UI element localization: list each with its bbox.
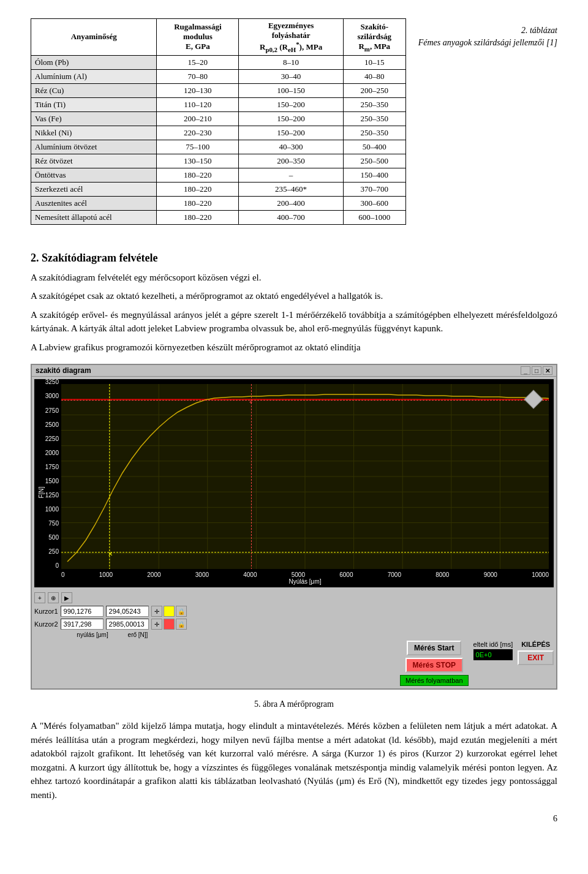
data-cell: 40–80 xyxy=(343,69,405,83)
y-tick-label: 3250 xyxy=(45,379,59,385)
cursor1-row: Kurzor1 990,1276 294,05243 ✛ 🔒 xyxy=(34,606,554,617)
table-caption-italic: táblázat xyxy=(530,26,557,35)
x-tick-label: 1000 xyxy=(99,571,113,578)
toolbar-icon-1[interactable]: + xyxy=(34,592,45,603)
section-number: 2. xyxy=(31,252,39,264)
data-cell: 400–700 xyxy=(239,210,344,224)
y-tick-label: 2500 xyxy=(45,422,59,428)
icon-toolbar: + ⊕ ▶ xyxy=(34,592,554,603)
col-header-szakito: Szakító-szilárdságRm, MPa xyxy=(343,19,405,56)
meres-folyamatban-indicator: Mérés folyamatban xyxy=(400,675,469,686)
cursor2-lock-icon[interactable]: 🔒 xyxy=(176,619,187,630)
x-tick-label: 3000 xyxy=(195,571,209,578)
data-cell: 200–250 xyxy=(343,83,405,97)
meres-buttons: Mérés Start Mérés STOP Mérés folyamatban xyxy=(400,641,469,686)
material-name-cell: Alumínium ötvözet xyxy=(31,140,157,154)
cursor2-move-icon[interactable]: ✛ xyxy=(151,619,162,630)
x-tick-label: 10000 xyxy=(532,571,549,578)
materials-table: Anyaminőség RugalmasságimodulusE, GPa Eg… xyxy=(31,18,406,225)
svg-text:+: + xyxy=(249,399,252,406)
data-cell: 50–400 xyxy=(343,140,405,154)
data-cell: 220–230 xyxy=(157,126,239,140)
y-tick-label: 1250 xyxy=(45,492,59,499)
y-tick-label: 750 xyxy=(48,521,59,527)
data-cell: – xyxy=(239,168,344,182)
minimize-button[interactable]: _ xyxy=(521,366,530,375)
data-cell: 150–200 xyxy=(239,126,344,140)
cursor2-color-icon[interactable] xyxy=(164,619,175,630)
y-tick-label: 250 xyxy=(48,549,59,555)
data-cell: 180–220 xyxy=(157,168,239,182)
data-cell: 10–15 xyxy=(343,55,405,69)
nyulas-col-label: nyúlás [μm] xyxy=(71,631,114,638)
x-axis-title: Nyúlás [μm] xyxy=(61,578,549,585)
y-tick-label: 0 xyxy=(55,563,59,569)
cursor1-move-icon[interactable]: ✛ xyxy=(151,606,162,617)
cursor1-x-field[interactable]: 990,1276 xyxy=(61,606,104,617)
after-para-1: A "Mérés folyamatban" zöld kijelző lámpa… xyxy=(31,719,557,802)
table-caption-text: Fémes anyagok szilárdsági jellemzői [1] xyxy=(418,38,557,47)
y-tick-label: 2000 xyxy=(45,450,59,456)
elapsed-section: eltelt idő [ms] 0E+0 xyxy=(473,641,513,660)
data-cell: 250–350 xyxy=(343,111,405,126)
x-tick-label: 6000 xyxy=(339,571,353,578)
y-axis-labels: 3250300027502500225020001750150012501000… xyxy=(34,379,60,569)
cursor2-y-field[interactable]: 2985,00013 xyxy=(106,619,149,630)
toolbar-icon-2[interactable]: ⊕ xyxy=(48,592,59,603)
meres-stop-button[interactable]: Mérés STOP xyxy=(405,658,463,672)
data-cell: 70–80 xyxy=(157,69,239,83)
labview-title: szakitó diagram xyxy=(36,366,91,375)
cursor1-controls: ✛ 🔒 xyxy=(151,606,187,617)
main-buttons-row: Mérés Start Mérés STOP Mérés folyamatban… xyxy=(34,641,554,686)
material-name-cell: Nikkel (Ni) xyxy=(31,126,157,140)
material-name-cell: Titán (Ti) xyxy=(31,97,157,111)
data-cell: 15–20 xyxy=(157,55,239,69)
data-cell: 40–300 xyxy=(239,140,344,154)
maximize-button[interactable]: □ xyxy=(532,366,541,375)
col-header-folyashatár: EgyezményesfolyáshatárRp0,2 (ReH*), MPa xyxy=(239,19,344,56)
col-header-modulus: RugalmasságimodulusE, GPa xyxy=(157,19,239,56)
materials-table-section: Anyaminőség RugalmasságimodulusE, GPa Eg… xyxy=(31,18,557,237)
body-para-3: A szakítógép erővel- és megnyúlással ará… xyxy=(31,308,557,336)
kilepas-label: KILÉPÉS xyxy=(521,641,550,648)
window-controls[interactable]: _ □ ✕ xyxy=(521,366,552,375)
data-cell: 600–1000 xyxy=(343,210,405,224)
cursor2-controls: ✛ 🔒 xyxy=(151,619,187,630)
data-cell: 120–130 xyxy=(157,83,239,97)
y-tick-label: 2750 xyxy=(45,408,59,414)
exit-button[interactable]: EXIT xyxy=(518,650,554,665)
data-cell: 8–10 xyxy=(239,55,344,69)
body-para-1: A szakítódiagram felvételét egy mérőcsop… xyxy=(31,271,557,285)
close-button[interactable]: ✕ xyxy=(543,366,552,375)
y-tick-label: 3000 xyxy=(45,393,59,399)
material-name-cell: Ólom (Pb) xyxy=(31,55,157,69)
data-cell: 150–200 xyxy=(239,97,344,111)
field-labels-row: nyúlás [μm] erő [N]] xyxy=(71,631,554,638)
y-tick-label: 500 xyxy=(48,535,59,541)
toolbar-icon-3[interactable]: ▶ xyxy=(61,592,72,603)
figure-caption: 5. ábra A mérőprogram xyxy=(31,699,557,709)
material-name-cell: Réz ötvözet xyxy=(31,154,157,168)
ero-col-label: erő [N]] xyxy=(116,631,159,638)
cursor2-x-field[interactable]: 3917,298 xyxy=(61,619,104,630)
data-cell: 30–40 xyxy=(239,69,344,83)
cursor1-color-icon[interactable] xyxy=(164,606,175,617)
cursor1-y-field[interactable]: 294,05243 xyxy=(106,606,149,617)
section-title: Szakítódiagram felvétele xyxy=(42,252,157,264)
data-cell: 300–600 xyxy=(343,196,405,210)
material-name-cell: Réz (Cu) xyxy=(31,83,157,97)
svg-text:✕: ✕ xyxy=(108,551,113,557)
cursor1-lock-icon[interactable]: 🔒 xyxy=(176,606,187,617)
y-tick-label: 1750 xyxy=(45,464,59,470)
data-cell: 110–120 xyxy=(157,97,239,111)
data-cell: 180–220 xyxy=(157,210,239,224)
materials-table-container: Anyaminőség RugalmasságimodulusE, GPa Eg… xyxy=(31,18,406,237)
data-cell: 150–400 xyxy=(343,168,405,182)
material-name-cell: Vas (Fe) xyxy=(31,111,157,126)
data-cell: 200–210 xyxy=(157,111,239,126)
labview-titlebar: szakitó diagram _ □ ✕ xyxy=(32,365,556,377)
kilepas-section: KILÉPÉS EXIT xyxy=(518,641,554,665)
data-cell: 250–350 xyxy=(343,97,405,111)
meres-start-button[interactable]: Mérés Start xyxy=(407,641,461,655)
body-para-2: A szakítógépet csak az oktató kezelheti,… xyxy=(31,289,557,303)
